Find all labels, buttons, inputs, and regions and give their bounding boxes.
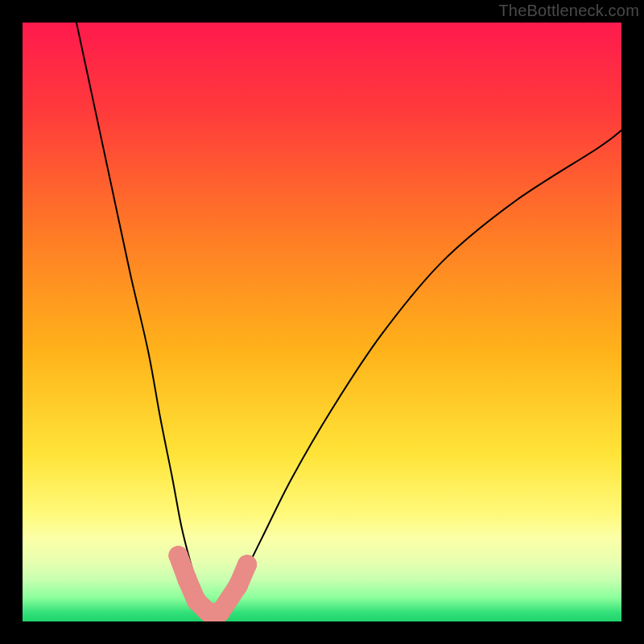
- attribution-label: TheBottleneck.com: [498, 2, 639, 20]
- chart-stage: TheBottleneck.com: [0, 0, 644, 644]
- bottleneck-chart: [23, 23, 621, 621]
- gradient-background: [23, 23, 621, 621]
- marker-point: [237, 555, 257, 574]
- marker-point: [229, 576, 248, 595]
- marker-point: [168, 546, 188, 565]
- marker-point: [211, 603, 230, 621]
- plot-area: [23, 23, 621, 621]
- marker-point: [178, 570, 197, 589]
